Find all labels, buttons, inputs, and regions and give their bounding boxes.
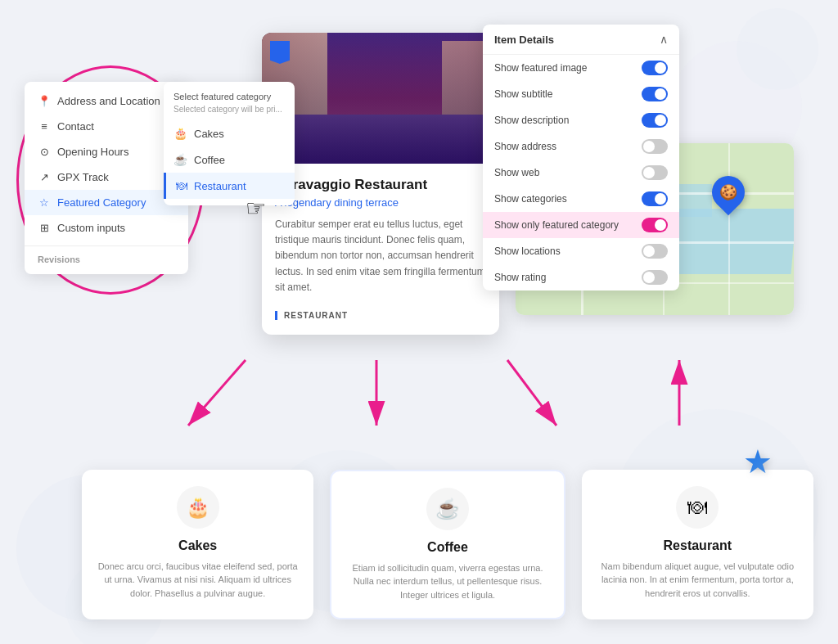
image-overlay (262, 33, 499, 164)
restaurant-card-icon: 🍽 (676, 486, 719, 529)
coffee-icon: ☕ (173, 153, 187, 166)
toggle-row-only-featured: Show only featured category (483, 212, 679, 238)
category-item-cakes[interactable]: 🎂 Cakes (164, 120, 295, 146)
toggle-row-rating: Show rating (483, 264, 679, 290)
bottom-cards-container: 🎂 Cakes Donec arcu orci, faucibus vitae … (82, 470, 813, 620)
category-panel-header: Select featured category (164, 92, 295, 105)
coffee-card-title: Coffee (345, 540, 550, 555)
restaurant-card-body: Caravaggio Restaurant A legendary dining… (262, 164, 499, 335)
coffee-card-desc: Etiam id sollicitudin quam, viverra eges… (345, 561, 550, 602)
toggle-only-featured[interactable] (642, 218, 668, 232)
restaurant-subtitle: A legendary dining terrace (275, 196, 486, 209)
toggle-row-categories: Show categories (483, 186, 679, 212)
toggle-row-featured-image: Show featured image (483, 55, 679, 81)
bottom-card-coffee: ☕ Coffee Etiam id sollicitudin quam, viv… (330, 470, 565, 620)
sidebar-section-revisions: Revisions (25, 251, 188, 268)
item-details-header: Item Details ∧ (483, 25, 679, 55)
sidebar-item-custom[interactable]: ⊞ Custom inputs (25, 215, 188, 241)
cakes-card-icon: 🎂 (177, 486, 219, 529)
category-panel: Select featured category Selected catego… (164, 82, 295, 205)
address-icon: 📍 (38, 95, 51, 107)
toggle-featured-image[interactable] (642, 61, 668, 75)
bookmark-icon (270, 41, 290, 64)
restaurant-card-desc: Nam bibendum aliquet augue, vel vulputat… (595, 560, 800, 601)
toggle-row-address: Show address (483, 133, 679, 160)
bg-circle-6 (737, 8, 818, 90)
coffee-card-icon: ☕ (426, 488, 469, 530)
toggle-row-web: Show web (483, 160, 679, 186)
cakes-card-title: Cakes (95, 538, 300, 553)
toggle-subtitle[interactable] (642, 87, 668, 101)
item-details-title: Item Details (494, 34, 554, 46)
toggle-row-subtitle: Show subtitle (483, 81, 679, 107)
arrow-to-cakes (188, 360, 246, 426)
toggle-categories[interactable] (642, 191, 668, 206)
toggle-row-description: Show description (483, 107, 679, 133)
item-details-panel: Item Details ∧ Show featured image Show … (483, 25, 679, 290)
bottom-card-cakes: 🎂 Cakes Donec arcu orci, faucibus vitae … (82, 470, 313, 620)
opening-icon: ⊙ (38, 146, 51, 158)
restaurant-card: Caravaggio Restaurant A legendary dining… (262, 33, 499, 335)
custom-icon: ⊞ (38, 222, 51, 234)
star-icon: ☆ (38, 196, 51, 209)
restaurant-card-title: Restaurant (595, 538, 800, 553)
cakes-icon: 🎂 (173, 127, 187, 140)
bottom-card-restaurant: 🍽 Restaurant Nam bibendum aliquet augue,… (582, 470, 813, 620)
restaurant-card-image (262, 33, 499, 164)
toggle-address[interactable] (642, 139, 668, 154)
toggle-locations[interactable] (642, 244, 668, 259)
category-panel-sub: Selected category will be pri... (164, 105, 295, 120)
main-container: 📍 Address and Location ≡ Contact ⊙ Openi… (0, 0, 838, 644)
contact-icon: ≡ (38, 120, 51, 133)
toggle-rating[interactable] (642, 270, 668, 285)
sidebar-divider (25, 245, 188, 246)
toggle-web[interactable] (642, 165, 668, 180)
star-decoration: ★ (743, 443, 773, 480)
restaurant-description: Curabitur semper erat eu tellus luctus, … (275, 217, 486, 295)
category-item-coffee[interactable]: ☕ Coffee (164, 146, 295, 173)
map-road-6 (728, 143, 730, 315)
cakes-card-desc: Donec arcu orci, faucibus vitae eleifend… (95, 560, 300, 601)
gpx-icon: ↗ (38, 171, 51, 183)
arrows-container (65, 352, 802, 466)
map-pin-icon: 🍪 (719, 183, 737, 201)
chevron-up-icon[interactable]: ∧ (660, 33, 668, 46)
toggle-row-locations: Show locations (483, 238, 679, 264)
arrow-to-restaurant (507, 360, 556, 426)
category-item-restaurant[interactable]: 🍽 Restaurant (164, 173, 295, 199)
restaurant-name: Caravaggio Restaurant (275, 177, 486, 193)
toggle-description[interactable] (642, 113, 668, 128)
restaurant-tag: RESTAURANT (275, 311, 348, 320)
restaurant-icon: 🍽 (176, 179, 187, 192)
